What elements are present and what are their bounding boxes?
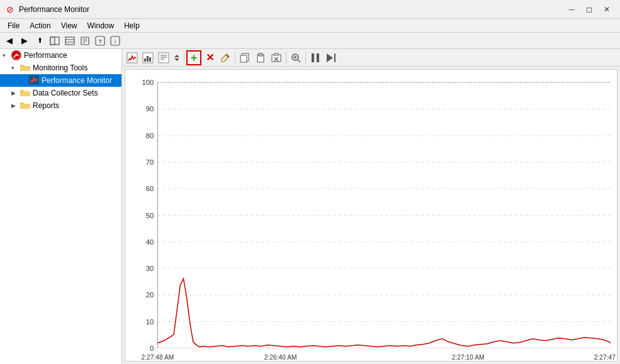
minimize-button[interactable]: ─ <box>563 3 580 16</box>
folder-icon-reports <box>20 101 30 111</box>
forward-button[interactable]: ▶ <box>18 34 31 48</box>
svg-rect-22 <box>149 57 151 62</box>
svg-text:100: 100 <box>142 79 154 86</box>
tree-label-monitoring-tools: Monitoring Tools <box>33 63 87 72</box>
tree-item-monitoring-tools[interactable]: ▾ Monitoring Tools <box>0 62 121 74</box>
svg-text:50: 50 <box>146 212 154 219</box>
graph-container: 100 90 80 70 60 50 40 30 20 10 0 2:27:48… <box>125 69 617 361</box>
performance-icon <box>11 50 21 60</box>
svg-text:0: 0 <box>150 345 154 352</box>
paste-button[interactable] <box>253 50 268 65</box>
svg-rect-21 <box>147 56 149 62</box>
title-bar: ⊘ Performance Monitor ─ ◻ ✕ <box>0 0 620 19</box>
plus-icon: + <box>191 52 198 63</box>
up-button[interactable]: ⬆ <box>33 34 47 48</box>
zoom-button[interactable] <box>288 50 303 65</box>
help1-button[interactable]: ? <box>93 34 107 48</box>
window-controls: ─ ◻ ✕ <box>563 3 615 16</box>
svg-text:30: 30 <box>146 265 154 272</box>
tree-item-data-collector-sets[interactable]: ▶ Data Collector Sets <box>0 87 121 99</box>
svg-rect-42 <box>317 53 319 62</box>
svg-text:10: 10 <box>146 318 154 326</box>
tree-label-data-collector-sets: Data Collector Sets <box>33 89 98 97</box>
view-dropdown-button[interactable] <box>172 50 182 65</box>
help2-button[interactable]: i <box>108 34 122 48</box>
svg-text:i: i <box>115 38 116 45</box>
separator2 <box>235 52 235 64</box>
svg-rect-30 <box>240 55 247 62</box>
window-title: Performance Monitor <box>19 5 563 14</box>
clear-button[interactable] <box>269 50 284 65</box>
content-panel: + ✕ <box>122 49 620 364</box>
properties-button[interactable] <box>78 34 92 48</box>
svg-text:80: 80 <box>146 132 154 140</box>
tree-label-performance: Performance <box>24 51 67 60</box>
expand-icon-reports: ▶ <box>11 102 20 109</box>
separator3 <box>286 52 286 64</box>
separator4 <box>305 52 306 64</box>
svg-text:60: 60 <box>146 185 154 192</box>
expand-icon-monitoring: ▾ <box>11 65 20 71</box>
svg-rect-20 <box>144 58 146 62</box>
tree-item-performance[interactable]: ▾ Performance <box>0 49 121 62</box>
menu-window[interactable]: Window <box>82 20 120 31</box>
svg-rect-34 <box>274 53 278 55</box>
menu-file[interactable]: File <box>3 20 25 31</box>
app-icon: ⊘ <box>5 4 15 14</box>
tree-label-reports: Reports <box>33 101 59 110</box>
show-hide-button[interactable] <box>48 34 62 48</box>
back-button[interactable]: ◀ <box>3 34 16 48</box>
list-button[interactable] <box>63 34 77 48</box>
menu-view[interactable]: View <box>56 20 82 31</box>
svg-marker-43 <box>327 53 333 62</box>
svg-marker-27 <box>174 55 179 57</box>
svg-rect-44 <box>334 53 335 62</box>
svg-rect-41 <box>312 53 314 62</box>
svg-marker-28 <box>174 58 179 61</box>
close-button[interactable]: ✕ <box>599 3 615 16</box>
tree-panel: ▾ Performance ▾ Monitoring Tools <box>0 49 122 364</box>
svg-text:20: 20 <box>146 291 154 299</box>
pause-button[interactable] <box>308 50 323 65</box>
highlight-button[interactable] <box>218 50 233 65</box>
tree-item-reports[interactable]: ▶ Reports <box>0 99 121 112</box>
svg-line-38 <box>298 60 300 62</box>
svg-rect-2 <box>65 37 74 45</box>
expand-icon-performance: ▾ <box>3 52 11 58</box>
svg-text:2:27:10 AM: 2:27:10 AM <box>452 354 485 361</box>
folder-icon-monitoring <box>20 63 30 73</box>
performance-chart: 100 90 80 70 60 50 40 30 20 10 0 2:27:48… <box>125 70 617 361</box>
svg-text:?: ? <box>98 38 102 45</box>
graph-toolbar: + ✕ <box>122 49 620 67</box>
svg-rect-32 <box>259 53 262 56</box>
restore-button[interactable]: ◻ <box>581 3 597 16</box>
chart-icon-perfmon <box>29 75 39 85</box>
svg-text:70: 70 <box>146 158 154 166</box>
expand-icon-dcs: ▶ <box>11 90 20 96</box>
tree-label-performance-monitor: Performance Monitor <box>42 76 112 85</box>
add-counter-button[interactable]: + <box>186 50 201 65</box>
svg-text:2:27:48 AM: 2:27:48 AM <box>141 354 174 361</box>
svg-text:40: 40 <box>146 238 154 246</box>
main-toolbar: ◀ ▶ ⬆ ? i <box>0 33 620 49</box>
view-report-button[interactable] <box>156 50 171 65</box>
copy-button[interactable] <box>237 50 252 65</box>
menu-action[interactable]: Action <box>25 20 55 31</box>
svg-rect-23 <box>159 53 169 63</box>
view-graph-button[interactable] <box>125 50 140 65</box>
tree-item-performance-monitor[interactable]: Performance Monitor <box>0 74 121 87</box>
main-layout: ▾ Performance ▾ Monitoring Tools <box>0 49 620 364</box>
svg-rect-1 <box>50 37 55 45</box>
delete-counter-button[interactable]: ✕ <box>202 50 217 65</box>
view-histogram-button[interactable] <box>140 50 155 65</box>
menu-bar: File Action View Window Help <box>0 19 620 33</box>
resume-button[interactable] <box>324 50 339 65</box>
svg-rect-33 <box>272 55 281 62</box>
separator1 <box>184 52 184 64</box>
svg-text:90: 90 <box>146 106 154 113</box>
svg-point-16 <box>16 55 17 56</box>
svg-text:2:27:47 AM: 2:27:47 AM <box>594 354 617 361</box>
folder-icon-dcs <box>20 88 30 98</box>
svg-text:2:26:40 AM: 2:26:40 AM <box>264 354 297 361</box>
menu-help[interactable]: Help <box>119 20 145 31</box>
